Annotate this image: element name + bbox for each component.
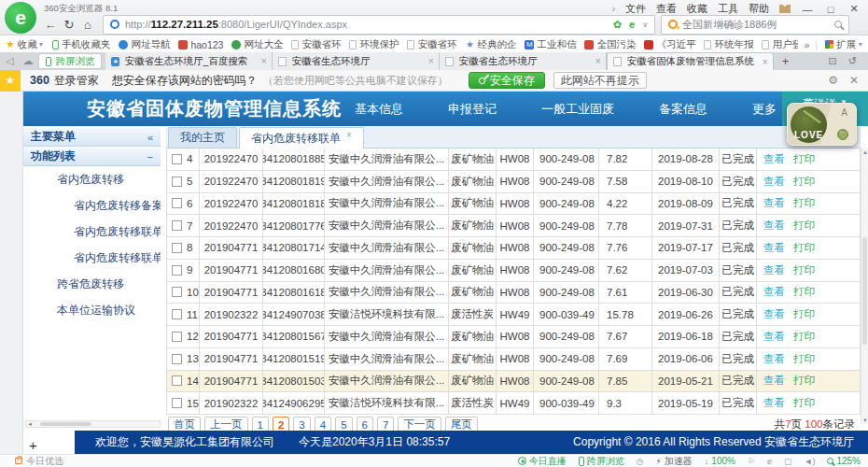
tab-close-icon[interactable]: × (595, 56, 601, 66)
row-checkbox[interactable] (172, 287, 182, 297)
print-link[interactable]: 打印 (793, 263, 815, 277)
history[interactable]: ◷ (637, 457, 644, 466)
view-link[interactable]: 查看 (763, 175, 785, 189)
download[interactable]: ↓100% (705, 456, 735, 466)
browser-tab[interactable]: ★安徽省生态环境厅_百度搜索× (105, 52, 273, 70)
scroll-left-icon[interactable]: ◄ (27, 421, 33, 427)
site-nav[interactable]: 网址导航 (119, 38, 170, 51)
row-checkbox[interactable] (172, 265, 182, 276)
site-safety-icon[interactable]: ✿ (613, 19, 622, 31)
daily-picks[interactable]: 今日优选 (15, 455, 63, 467)
tab-close-icon[interactable]: × (428, 56, 434, 66)
view-link[interactable]: 查看 (763, 374, 785, 388)
search-query[interactable]: 全国新增确诊1886例 (682, 18, 834, 32)
dismiss-site-button[interactable]: 此网站不再提示 (553, 72, 647, 89)
bookmark[interactable]: 安徽省环 (407, 38, 456, 51)
add-gadget-button[interactable]: + (29, 437, 37, 453)
sidebar-hscrollbar[interactable]: ◄ (25, 420, 161, 428)
sound[interactable]: ◄) (805, 457, 816, 466)
mobile-favorites[interactable]: 手机收藏夹 (52, 38, 111, 51)
content-tab[interactable]: 省内危废转移联单× (239, 127, 364, 149)
view-link[interactable]: 查看 (763, 330, 785, 344)
back-button[interactable]: ← (41, 18, 60, 32)
favorites-star-icon[interactable]: ★ (6, 38, 15, 50)
sidebar-item[interactable]: 省内危废转移联单退运 (23, 245, 161, 271)
row-checkbox[interactable] (172, 375, 182, 386)
print-link[interactable]: 打印 (793, 152, 815, 166)
close-button[interactable]: ✕ (847, 3, 861, 15)
sidebar-header[interactable]: 主要菜单 « (23, 127, 161, 147)
app-nav-item[interactable]: 一般工业固废 (541, 101, 614, 118)
row-checkbox[interactable] (172, 332, 182, 342)
urlbar-dropdown-icon[interactable]: ∨ (642, 21, 648, 29)
hao123[interactable]: hao123 (178, 39, 223, 50)
row-checkbox[interactable] (172, 309, 182, 319)
row-checkbox[interactable] (172, 198, 182, 208)
bookmark[interactable]: M工业和信 (525, 38, 576, 51)
bookmark[interactable]: 用户登陆 (762, 38, 798, 51)
sidebar-group-header[interactable]: 功能列表 − (23, 147, 161, 166)
page-zoom[interactable]: 125% (827, 456, 861, 466)
menu-expand-icon[interactable]: › (612, 4, 615, 14)
view-link[interactable]: 查看 (763, 396, 785, 410)
extensions-label[interactable]: 扩展 (836, 38, 856, 51)
bookmark[interactable]: 环统年报 (704, 38, 753, 51)
search-bar[interactable]: 全国新增确诊1886例 (661, 15, 849, 35)
bookmark[interactable]: 《习近平 (644, 38, 695, 51)
save-password-button[interactable]: 安全保存 (469, 72, 545, 89)
report-site[interactable]: ⚐ (748, 457, 755, 466)
scroll-thumb[interactable] (862, 237, 867, 345)
print-link[interactable]: 打印 (793, 241, 815, 255)
content-tab[interactable]: 我的主页 (168, 127, 237, 148)
scroll-down-icon[interactable]: ▼ (861, 417, 868, 423)
row-checkbox[interactable] (172, 354, 182, 364)
view-link[interactable]: 查看 (763, 196, 785, 210)
app-nav-item[interactable]: 申报登记 (448, 101, 497, 118)
favorites-label[interactable]: 收藏 (18, 38, 37, 51)
today-live[interactable]: 今日直播 (518, 455, 567, 467)
address-bar[interactable]: http://112.27.211.25:8080/LigerUI/QYInde… (103, 15, 655, 35)
browser-tab[interactable]: 安徽省生态环境厅× (440, 52, 607, 70)
row-checkbox[interactable] (172, 243, 182, 253)
search-icon[interactable] (834, 21, 842, 28)
tab-close-icon[interactable]: × (346, 130, 352, 140)
group-toggle-icon[interactable]: − (147, 151, 153, 163)
row-checkbox[interactable] (172, 220, 182, 231)
view-link[interactable]: 查看 (763, 241, 785, 255)
cloud-sync-icon[interactable]: ☁ (22, 55, 33, 67)
row-checkbox[interactable] (172, 398, 182, 408)
sidebar-item[interactable]: 省内危废转移联单 (23, 219, 161, 245)
extensions-icon[interactable] (825, 40, 833, 49)
bookmark[interactable]: 全国污染 (584, 38, 636, 51)
print-link[interactable]: 打印 (793, 175, 815, 189)
sidebar-item[interactable]: 跨省危废转移 (23, 271, 161, 297)
compat-mode[interactable]: e (767, 457, 772, 466)
bookmark[interactable]: ★经典的企 (465, 38, 516, 51)
browser-tab[interactable]: 安徽省固体废物管理信息系统× (607, 52, 774, 70)
site-directory[interactable]: 网址大全 (231, 38, 283, 51)
minimize-button[interactable]: — (801, 4, 814, 15)
app-nav-item[interactable]: 备案信息 (659, 101, 707, 118)
undo-close-icon[interactable]: ↺ (848, 55, 857, 67)
favorites-caret-icon[interactable]: ▾ (39, 40, 43, 49)
bookmark[interactable]: 环境保护 (349, 38, 399, 51)
print-link[interactable]: 打印 (793, 374, 815, 388)
sidebar-item[interactable]: 省内危废转移 (23, 166, 161, 192)
scroll-up-icon[interactable]: ▲ (861, 149, 868, 155)
tab-close-icon[interactable]: × (261, 56, 267, 66)
sidebar-item[interactable]: 本单位运输协议 (23, 297, 161, 323)
tab-list-icon[interactable]: ◁ (6, 55, 13, 67)
app-nav-item[interactable]: 更多 (752, 101, 777, 118)
view-link[interactable]: 查看 (763, 307, 785, 321)
collapse-icon[interactable]: « (147, 132, 153, 143)
bookmark[interactable]: 安徽省环 (291, 38, 341, 51)
theme-skin-icon[interactable] (779, 5, 791, 13)
close-bar-icon[interactable]: ✕ (849, 74, 859, 87)
bookmarks-overflow[interactable]: » (804, 39, 809, 50)
row-checkbox[interactable] (172, 154, 182, 164)
view-link[interactable]: 查看 (763, 219, 785, 233)
refresh-button[interactable]: ↻ (60, 18, 78, 32)
content-vscrollbar[interactable]: ▲ ▼ (861, 149, 868, 424)
print-link[interactable]: 打印 (793, 330, 815, 344)
view-link[interactable]: 查看 (763, 352, 785, 366)
